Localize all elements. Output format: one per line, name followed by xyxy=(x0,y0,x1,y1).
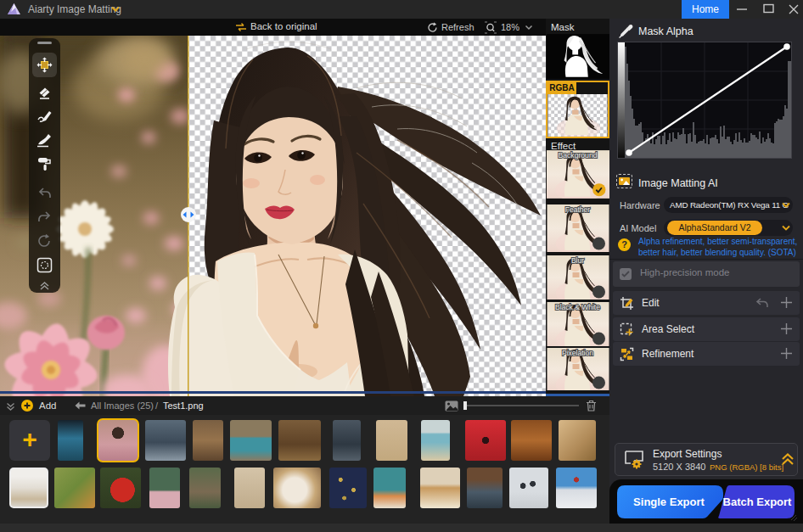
svg-text:Black & White: Black & White xyxy=(555,303,600,311)
svg-text:Pixelation: Pixelation xyxy=(562,349,593,357)
svg-text:Single Export: Single Export xyxy=(633,496,705,508)
svg-text:Batch Export: Batch Export xyxy=(723,496,793,508)
svg-text:Background: Background xyxy=(559,151,598,160)
svg-text:Blur: Blur xyxy=(571,256,584,265)
svg-text:Feather: Feather xyxy=(565,205,590,214)
